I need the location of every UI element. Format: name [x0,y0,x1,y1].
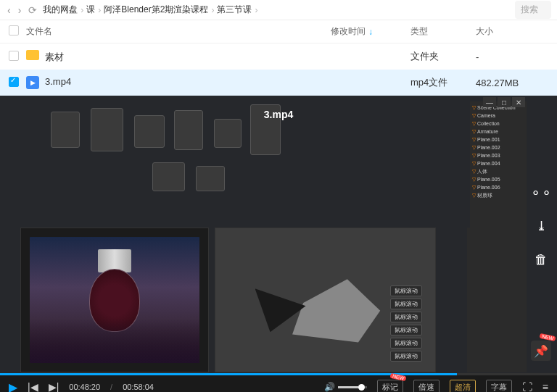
file-size: 482.27MB [476,78,548,88]
next-button[interactable]: ▶| [49,381,59,392]
fullscreen-icon[interactable]: ⛶ [522,381,532,392]
video-icon [26,76,39,89]
select-all-checkbox[interactable] [9,25,19,36]
viewport-3d: 鼠标滚动 鼠标滚动 鼠标滚动 鼠标滚动 鼠标滚动 鼠标滚动 [215,228,436,372]
mark-button[interactable]: 标记NEW [377,380,403,393]
crumb-0[interactable]: 我的网盘 [43,4,78,16]
file-size: - [476,51,548,62]
search-input[interactable]: 搜索 [515,1,551,19]
time-current: 00:48:20 [69,383,100,391]
file-type: 文件夹 [410,50,476,63]
close-icon[interactable]: ✕ [512,97,525,107]
header-type[interactable]: 类型 [410,25,476,38]
playlist-icon[interactable]: ≡ [542,381,548,392]
nav-refresh[interactable]: ⟳ [27,4,38,16]
volume-control[interactable]: 🔊 [324,382,367,392]
delete-icon[interactable]: 🗑 [531,249,551,270]
table-row[interactable]: 素材 文件夹 - [0,43,557,70]
quality-button[interactable]: 超清 [450,380,476,393]
maximize-icon[interactable]: □ [498,97,511,107]
pin-button[interactable]: 📌NEW [531,341,551,361]
crumb-3[interactable]: 第三节课 [217,4,252,16]
row-checkbox[interactable] [9,51,19,61]
minimize-icon[interactable]: — [483,97,496,107]
file-type: mp4文件 [410,76,476,89]
breadcrumb: 我的网盘› 课› 阿泽Blender第2期渲染课程› 第三节课› [43,4,511,16]
properties-panel [467,228,527,372]
crumb-1[interactable]: 课 [86,4,95,16]
row-checkbox[interactable] [9,77,19,87]
speed-button[interactable]: 倍速 [413,380,440,393]
render-preview [20,228,209,372]
table-header: 文件名 修改时间↓ 类型 大小 [0,20,557,43]
video-player: 3.mp4 — □ ✕ ▽Scene Collection ▽Camera ▽C… [0,96,557,392]
crumb-2[interactable]: 阿泽Blender第2期渲染课程 [104,4,208,16]
header-size[interactable]: 大小 [476,25,548,38]
folder-icon [26,50,39,60]
node-editor [51,104,283,199]
subtitle-button[interactable]: 字幕 [486,380,512,393]
file-name: 素材 [45,51,64,62]
header-name[interactable]: 文件名 [26,25,331,38]
sort-icon: ↓ [368,27,373,37]
download-icon[interactable]: ⤓ [531,216,551,236]
header-time[interactable]: 修改时间↓ [331,25,410,38]
share-icon[interactable]: ⚬⚬ [531,183,551,203]
nav-forward[interactable]: › [17,4,23,16]
volume-icon[interactable]: 🔊 [324,382,335,392]
nav-back[interactable]: ‹ [6,4,12,16]
video-content[interactable]: 3.mp4 — □ ✕ ▽Scene Collection ▽Camera ▽C… [0,96,557,392]
table-row[interactable]: 3.mp4 mp4文件 482.27MB [0,70,557,96]
file-name: 3.mp4 [45,76,71,87]
video-title: 3.mp4 [264,109,293,120]
prev-button[interactable]: |◀ [28,381,38,392]
time-total: 00:58:04 [123,383,154,391]
play-button[interactable]: ▶ [9,380,17,393]
